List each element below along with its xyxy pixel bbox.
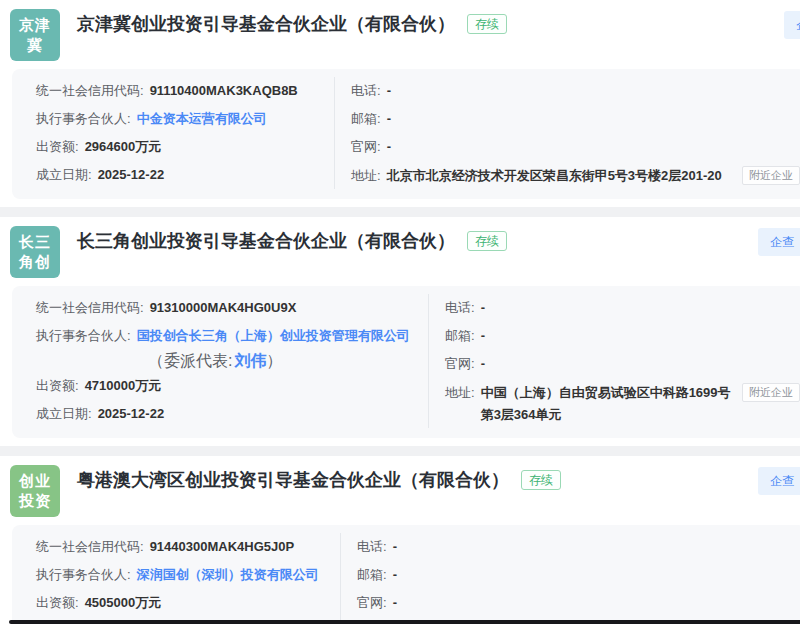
credit-code-row: 统一社会信用代码:91310000MAK4HG0U9X xyxy=(36,294,428,322)
phone-label: 电话: xyxy=(351,83,381,98)
screenshot-bottom-edge xyxy=(9,620,800,624)
report-button[interactable]: 企查 xyxy=(784,11,800,39)
capital-row: 出资额:4505000万元 xyxy=(36,589,340,617)
company-card: 创业 投资 粤港澳大湾区创业投资引导基金合伙企业（有限合伙） 存续 企查 统一社… xyxy=(0,456,800,624)
status-badge: 存续 xyxy=(521,470,561,490)
website-value: - xyxy=(393,595,397,610)
phone-value: - xyxy=(481,300,485,315)
company-card: 京津 冀 京津冀创业投资引导基金合伙企业（有限合伙） 存续 企查 统一社会信用代… xyxy=(0,0,800,207)
company-avatar: 京津 冀 xyxy=(10,9,60,61)
capital-row: 出资额:2964600万元 xyxy=(36,133,334,161)
details-right-column: 电话:- 邮箱:- 官网:- 地址: 深圳市前海深港合作区南山街道桂湾五路128… xyxy=(340,533,800,624)
website-row: 官网:- xyxy=(357,589,800,617)
credit-code-label: 统一社会信用代码: xyxy=(36,300,144,315)
avatar-text-line2: 投资 xyxy=(19,491,51,511)
status-badge: 存续 xyxy=(467,231,507,251)
address-label: 地址: xyxy=(351,165,381,187)
delegate-link[interactable]: 刘伟 xyxy=(234,352,266,369)
company-avatar: 长三 角创 xyxy=(10,226,60,278)
title-row: 京津冀创业投资引导基金合伙企业（有限合伙） 存续 xyxy=(77,12,507,36)
credit-code-value: 91110400MAK3KAQB8B xyxy=(150,83,298,98)
founded-row: 成立日期:2025-12-22 xyxy=(36,161,334,189)
founded-row: 成立日期:2025-12-22 xyxy=(36,400,428,428)
email-row: 邮箱:- xyxy=(445,322,800,350)
address-value: 中国（上海）自由贸易试验区中科路1699号第3层364单元 xyxy=(481,382,734,426)
nearby-companies-tag[interactable]: 附近企业 xyxy=(742,383,800,402)
report-button[interactable]: 企查 xyxy=(758,467,800,495)
phone-row: 电话:- xyxy=(357,533,800,561)
company-avatar: 创业 投资 xyxy=(10,465,60,517)
title-row: 长三角创业投资引导基金合伙企业（有限合伙） 存续 xyxy=(77,229,507,253)
credit-code-value: 91440300MAK4HG5J0P xyxy=(150,539,295,554)
founded-label: 成立日期: xyxy=(36,167,92,182)
details-left-column: 统一社会信用代码:91110400MAK3KAQB8B 执行事务合伙人:中金资本… xyxy=(12,77,334,189)
website-label: 官网: xyxy=(357,595,387,610)
founded-label: 成立日期: xyxy=(36,406,92,421)
details-left-column: 统一社会信用代码:91310000MAK4HG0U9X 执行事务合伙人:国投创合… xyxy=(12,294,428,428)
company-details-panel: 统一社会信用代码:91310000MAK4HG0U9X 执行事务合伙人:国投创合… xyxy=(12,286,800,438)
email-value: - xyxy=(387,111,391,126)
phone-row: 电话:- xyxy=(445,294,800,322)
company-name-link[interactable]: 粤港澳大湾区创业投资引导基金合伙企业（有限合伙） xyxy=(77,468,509,492)
capital-label: 出资额: xyxy=(36,595,79,610)
address-value: 北京市北京经济技术开发区荣昌东街甲5号3号楼2层201-20 xyxy=(387,165,734,187)
company-card-header: 创业 投资 粤港澳大湾区创业投资引导基金合伙企业（有限合伙） 存续 企查 xyxy=(0,456,800,523)
email-value: - xyxy=(481,328,485,343)
website-value: - xyxy=(387,139,391,154)
capital-label: 出资额: xyxy=(36,139,79,154)
partner-row: 执行事务合伙人:中金资本运营有限公司 xyxy=(36,105,334,133)
search-results-page: { "labels": { "credit_code": "统一社会信用代码:"… xyxy=(0,0,800,624)
email-label: 邮箱: xyxy=(351,111,381,126)
capital-label: 出资额: xyxy=(36,378,79,393)
credit-code-row: 统一社会信用代码:91110400MAK3KAQB8B xyxy=(36,77,334,105)
company-card-header: 长三 角创 长三角创业投资引导基金合伙企业（有限合伙） 存续 企查 xyxy=(0,217,800,284)
delegate-prefix: （委派代表: xyxy=(148,352,232,369)
capital-value: 4710000万元 xyxy=(85,378,162,393)
capital-row: 出资额:4710000万元 xyxy=(36,372,428,400)
capital-value: 4505000万元 xyxy=(85,595,162,610)
details-right-column: 电话:- 邮箱:- 官网:- 地址: 北京市北京经济技术开发区荣昌东街甲5号3号… xyxy=(334,77,800,189)
credit-code-row: 统一社会信用代码:91440300MAK4HG5J0P xyxy=(36,533,340,561)
company-details-panel: 统一社会信用代码:91110400MAK3KAQB8B 执行事务合伙人:中金资本… xyxy=(12,69,800,199)
avatar-text-line2: 冀 xyxy=(27,35,43,55)
email-row: 邮箱:- xyxy=(357,561,800,589)
company-card-header: 京津 冀 京津冀创业投资引导基金合伙企业（有限合伙） 存续 企查 xyxy=(0,0,800,67)
email-value: - xyxy=(393,567,397,582)
email-row: 邮箱:- xyxy=(351,105,800,133)
delegate-row: （委派代表:刘伟） xyxy=(148,350,428,372)
partner-label: 执行事务合伙人: xyxy=(36,567,131,582)
address-row: 地址: 中国（上海）自由贸易试验区中科路1699号第3层364单元 附近企业 xyxy=(445,378,800,426)
partner-label: 执行事务合伙人: xyxy=(36,111,131,126)
details-left-column: 统一社会信用代码:91440300MAK4HG5J0P 执行事务合伙人:深润国创… xyxy=(12,533,340,624)
company-name-link[interactable]: 长三角创业投资引导基金合伙企业（有限合伙） xyxy=(77,229,455,253)
website-label: 官网: xyxy=(445,356,475,371)
partner-row: 执行事务合伙人:深润国创（深圳）投资有限公司 xyxy=(36,561,340,589)
phone-value: - xyxy=(393,539,397,554)
company-name-link[interactable]: 京津冀创业投资引导基金合伙企业（有限合伙） xyxy=(77,12,455,36)
avatar-text-line2: 角创 xyxy=(19,252,51,272)
report-button[interactable]: 企查 xyxy=(758,228,800,256)
company-card: 长三 角创 长三角创业投资引导基金合伙企业（有限合伙） 存续 企查 统一社会信用… xyxy=(0,217,800,446)
delegate-suffix: ） xyxy=(266,352,282,369)
phone-label: 电话: xyxy=(445,300,475,315)
address-label: 地址: xyxy=(445,382,475,404)
credit-code-value: 91310000MAK4HG0U9X xyxy=(150,300,297,315)
nearby-companies-tag[interactable]: 附近企业 xyxy=(742,166,800,185)
email-label: 邮箱: xyxy=(445,328,475,343)
credit-code-label: 统一社会信用代码: xyxy=(36,539,144,554)
phone-value: - xyxy=(387,83,391,98)
capital-value: 2964600万元 xyxy=(85,139,162,154)
credit-code-label: 统一社会信用代码: xyxy=(36,83,144,98)
company-details-panel: 统一社会信用代码:91440300MAK4HG5J0P 执行事务合伙人:深润国创… xyxy=(12,525,800,624)
avatar-text-line1: 京津 xyxy=(19,15,51,35)
website-label: 官网: xyxy=(351,139,381,154)
partner-link[interactable]: 深润国创（深圳）投资有限公司 xyxy=(137,567,319,582)
website-row: 官网:- xyxy=(351,133,800,161)
partner-row: 执行事务合伙人:国投创合长三角（上海）创业投资管理有限公司 xyxy=(36,322,428,350)
website-value: - xyxy=(481,356,485,371)
partner-link[interactable]: 国投创合长三角（上海）创业投资管理有限公司 xyxy=(137,328,410,343)
partner-link[interactable]: 中金资本运营有限公司 xyxy=(137,111,267,126)
founded-value: 2025-12-22 xyxy=(98,406,165,421)
avatar-text-line1: 创业 xyxy=(19,471,51,491)
title-row: 粤港澳大湾区创业投资引导基金合伙企业（有限合伙） 存续 xyxy=(77,468,561,492)
